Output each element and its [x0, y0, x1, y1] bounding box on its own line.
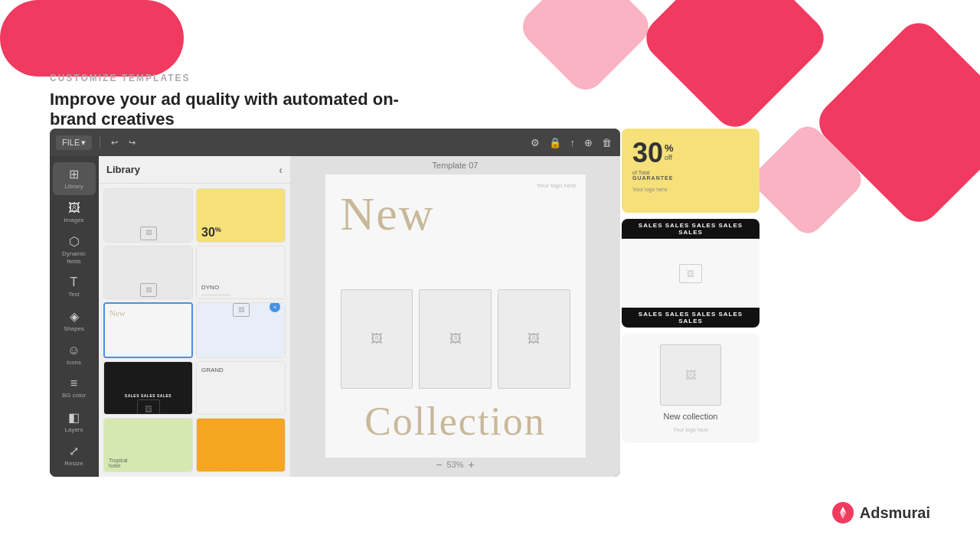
library-title: Library — [106, 164, 140, 175]
preview-guarantee-label: GUARANTEE — [632, 175, 749, 181]
upload-icon[interactable]: ↑ — [568, 135, 578, 151]
thumb-new-collection-text-10b: new collection — [222, 460, 259, 465]
sidebar-item-bgcolor[interactable]: ≡ BG color — [53, 372, 96, 404]
sales-banner-1: SALES SALES SALES SALES SALES — [622, 219, 760, 239]
new-coll-img-placeholder: 🖼 — [660, 344, 721, 406]
canvas-image-placeholder-1[interactable]: 🖼 — [341, 289, 413, 389]
sales-image-area-1: 🖼 — [622, 239, 760, 308]
preview-card-sales-1[interactable]: SALES SALES SALES SALES SALES 🖼 SALES SA… — [622, 219, 760, 328]
dynamic-icon: ⬡ — [69, 234, 80, 249]
library-header: Library ‹ — [99, 156, 290, 184]
sidebar-label-resize: Resize — [64, 460, 83, 468]
adsmurai-logo-icon — [832, 502, 854, 523]
sidebar-item-library[interactable]: ⊞ Library — [53, 162, 96, 195]
bgcolor-icon: ≡ — [70, 377, 77, 390]
shapes-icon: ◈ — [70, 309, 79, 324]
library-icon: ⊞ — [69, 167, 79, 181]
canvas-logo-text: Your logo here — [537, 182, 577, 189]
duplicate-icon[interactable]: ⊕ — [582, 135, 595, 151]
file-menu-button[interactable]: FILE ▾ — [56, 135, 92, 150]
template-thumb-7[interactable]: SALES SALES SALES 🖼 — [103, 361, 193, 416]
template-thumb-5[interactable]: New Collection — [103, 302, 193, 358]
toolbar-divider-1 — [100, 136, 100, 148]
images-icon: 🖼 — [68, 201, 80, 215]
template-thumb-10[interactable]: new collection new collection new collec… — [196, 418, 286, 472]
zoom-out-button[interactable]: − — [436, 458, 442, 471]
canvas-images-row: 🖼 🖼 🖼 — [341, 289, 570, 389]
template-thumb-2[interactable]: 30% — [196, 188, 286, 243]
sidebar-item-icons[interactable]: ☺ Icons — [53, 339, 96, 371]
icons-icon: ☺ — [67, 344, 80, 357]
canvas-collection-text: Collection — [325, 399, 586, 444]
deco-shape-red-top-right — [638, 0, 833, 135]
template-thumb-9[interactable]: Tropicalhotel — [103, 418, 193, 472]
canvas-image-placeholder-3[interactable]: 🖼 — [498, 289, 570, 389]
thumb-tropical-text: Tropicalhotel — [109, 458, 128, 468]
thumb-discount-label: 30% — [201, 226, 221, 240]
new-coll-logo: Your logo here — [673, 427, 707, 432]
resize-icon: ⤢ — [69, 444, 79, 458]
settings-icon[interactable]: ⚙ — [528, 135, 542, 151]
canvas-image-placeholder-2[interactable]: 🖼 — [419, 289, 492, 389]
preview-logo-placeholder: Your logo here — [632, 187, 749, 192]
thumb-sales-text-7: SALES SALES SALES — [125, 393, 172, 398]
preview-card-yellow[interactable]: 30 % off of Total GUARANTEE Your logo he… — [622, 129, 760, 213]
sidebar-item-layers[interactable]: ◧ Layers — [53, 406, 96, 439]
thumb-img-icon-7: 🖼 — [137, 399, 160, 416]
template-thumb-4[interactable]: DYNO ───────── — [196, 246, 286, 300]
sidebar-label-shapes: Shapes — [64, 325, 84, 333]
preview-percent: % — [665, 142, 674, 154]
undo-button[interactable]: ↩ — [108, 136, 121, 149]
new-coll-label: New collection — [664, 412, 718, 421]
sidebar-label-icons: Icons — [67, 359, 81, 367]
thumb-new-collection-text-10: new collection — [222, 453, 259, 458]
adsmurai-branding: Adsmurai — [832, 502, 930, 523]
sidebar-item-dynamic[interactable]: ⬡ Dynamic fields — [53, 230, 96, 269]
zoom-in-button[interactable]: + — [469, 458, 475, 471]
header-section: CUSTOMIZE TEMPLATES Improve your ad qual… — [50, 73, 433, 129]
canvas-zoom-bar: − 53% + — [436, 458, 474, 471]
layers-icon: ◧ — [68, 410, 80, 425]
editor-container: FILE ▾ ↩ ↪ ⚙ 🔒 ↑ ⊕ 🗑 ⊞ Library 🖼 Images … — [50, 129, 620, 477]
template-thumb-1[interactable]: 🖼 — [103, 188, 193, 243]
sidebar-label-layers: Layers — [64, 426, 83, 434]
canvas-content[interactable]: Your logo here New 🖼 🖼 🖼 Collection — [325, 174, 586, 458]
sidebar-label-bgcolor: BG color — [62, 392, 86, 399]
preview-total-label: of Total — [632, 170, 749, 175]
sidebar-item-text[interactable]: T Text — [53, 271, 96, 303]
sidebar-icons: ⊞ Library 🖼 Images ⬡ Dynamic fields T Te… — [50, 156, 99, 477]
sidebar-item-images[interactable]: 🖼 Images — [53, 197, 96, 229]
library-close-button[interactable]: ‹ — [279, 164, 283, 176]
canvas-new-text: New — [341, 190, 435, 237]
sidebar-item-shapes[interactable]: ◈ Shapes — [53, 305, 96, 337]
zoom-percent: 53% — [446, 460, 463, 469]
sales-img-placeholder-1: 🖼 — [679, 264, 702, 283]
right-panel: 30 % off of Total GUARANTEE Your logo he… — [622, 129, 760, 443]
lock-icon[interactable]: 🔒 — [547, 135, 564, 151]
preview-off-label: off — [665, 154, 674, 161]
sales-banner-1b: SALES SALES SALES SALES SALES — [622, 308, 760, 328]
redo-button[interactable]: ↪ — [126, 136, 139, 149]
thumb-placeholder-3: 🖼 — [140, 283, 157, 297]
sidebar-label-dynamic: Dynamic fields — [56, 250, 93, 265]
adsmurai-name: Adsmurai — [860, 504, 930, 522]
template-thumb-8[interactable]: GRAND 30% — [196, 361, 286, 416]
thumb-new-collection-text-10c: new collection — [222, 467, 259, 472]
canvas-area: Template 07 Your logo here New 🖼 🖼 🖼 Col… — [290, 156, 620, 477]
text-icon: T — [70, 276, 78, 289]
editor-body: ⊞ Library 🖼 Images ⬡ Dynamic fields T Te… — [50, 156, 620, 477]
deco-shape-pink-top — [515, 0, 656, 97]
preview-discount-number: 30 — [632, 139, 663, 167]
template-thumb-6[interactable]: + 🖼 — [196, 302, 286, 358]
header-subtitle: CUSTOMIZE TEMPLATES — [50, 73, 433, 83]
thumb-placeholder-1: 🖼 — [140, 227, 157, 240]
sidebar-label-images: Images — [64, 217, 83, 224]
sidebar-item-resize[interactable]: ⤢ Resize — [53, 439, 96, 472]
delete-icon[interactable]: 🗑 — [599, 135, 614, 151]
canvas-template-name: Template 07 — [433, 161, 479, 170]
preview-card-new-collection[interactable]: 🖼 New collection Your logo here — [622, 334, 760, 443]
sidebar-label-library: Library — [64, 183, 83, 191]
template-thumb-3[interactable]: 🖼 — [103, 246, 193, 300]
sidebar-item-grid[interactable]: ⊞ Grid — [53, 474, 96, 477]
library-panel: Library ‹ 🖼 30% — [99, 156, 290, 477]
